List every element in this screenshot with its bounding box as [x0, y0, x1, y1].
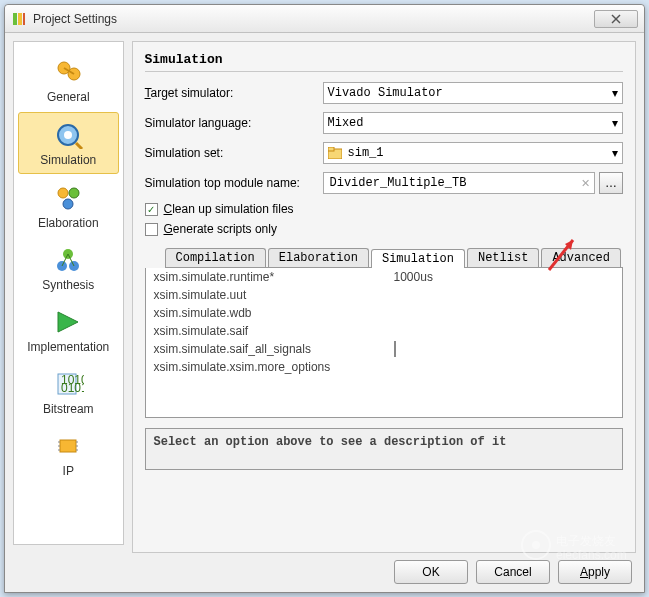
target-simulator-combo[interactable]: Vivado Simulator ▾ — [323, 82, 623, 104]
options-tabs: Compilation Elaboration Simulation Netli… — [145, 248, 623, 418]
svg-text:0101: 0101 — [61, 381, 84, 395]
simulator-language-combo[interactable]: Mixed ▾ — [323, 112, 623, 134]
svg-line-10 — [76, 143, 82, 149]
titlebar: Project Settings — [5, 5, 644, 33]
sidebar-item-label: General — [47, 90, 90, 104]
sidebar-item-label: Implementation — [27, 340, 109, 354]
tab-netlist[interactable]: Netlist — [467, 248, 539, 267]
sidebar-item-elaboration[interactable]: Elaboration — [18, 176, 119, 236]
simulation-panel: Simulation Target simulator: Vivado Simu… — [132, 41, 636, 553]
app-icon — [11, 11, 27, 27]
svg-rect-23 — [60, 440, 76, 452]
browse-top-module-button[interactable]: … — [599, 172, 623, 194]
cleanup-checkbox-row[interactable]: Clean up simulation files — [145, 202, 623, 216]
main-panel: Simulation Target simulator: Vivado Simu… — [132, 33, 644, 553]
dialog-buttons: OK Cancel Apply — [394, 560, 632, 584]
sidebar-item-synthesis[interactable]: Synthesis — [18, 238, 119, 298]
window-body: General Simulation Elaboration — [5, 33, 644, 553]
label-target-simulator: Target simulator: — [145, 86, 323, 100]
sidebar-item-implementation[interactable]: Implementation — [18, 300, 119, 360]
property-name: xsim.simulate.uut — [154, 288, 394, 302]
property-row[interactable]: xsim.simulate.wdb — [146, 304, 622, 322]
general-icon — [52, 56, 84, 88]
tab-elaboration[interactable]: Elaboration — [268, 248, 369, 267]
genscripts-checkbox-row[interactable]: Generate scripts only — [145, 222, 623, 236]
tab-compilation[interactable]: Compilation — [165, 248, 266, 267]
sidebar-list: General Simulation Elaboration — [13, 41, 124, 545]
property-name: xsim.simulate.saif — [154, 324, 394, 338]
label-top-module: Simulation top module name: — [145, 176, 323, 190]
cancel-button[interactable]: Cancel — [476, 560, 550, 584]
property-name: xsim.simulate.saif_all_signals — [154, 342, 394, 356]
top-module-input[interactable]: Divider_Multiple_TB ✕ — [323, 172, 595, 194]
combo-value: Vivado Simulator — [328, 86, 443, 100]
property-value[interactable] — [394, 288, 614, 302]
checkbox-label: Generate scripts only — [164, 222, 277, 236]
property-name: xsim.simulate.wdb — [154, 306, 394, 320]
sidebar-item-general[interactable]: General — [18, 50, 119, 110]
window-close-button[interactable] — [594, 10, 638, 28]
window-title: Project Settings — [33, 12, 594, 26]
sidebar-item-ip[interactable]: IP — [18, 424, 119, 484]
sidebar-item-bitstream[interactable]: 10100101 Bitstream — [18, 362, 119, 422]
implementation-icon — [52, 306, 84, 338]
label-simulator-language: Simulator language: — [145, 116, 323, 130]
elaboration-icon — [52, 182, 84, 214]
tab-simulation[interactable]: Simulation — [371, 249, 465, 268]
property-row[interactable]: xsim.simulate.runtime* 1000us — [146, 268, 622, 286]
property-value[interactable] — [394, 342, 614, 356]
checkbox-icon — [145, 203, 158, 216]
sidebar-item-label: Simulation — [40, 153, 96, 167]
property-value[interactable] — [394, 360, 614, 374]
sidebar-item-label: Synthesis — [42, 278, 94, 292]
svg-rect-31 — [328, 147, 334, 151]
project-settings-window: Project Settings General Simulation — [4, 4, 645, 593]
sidebar: General Simulation Elaboration — [5, 33, 132, 553]
folder-icon — [328, 147, 344, 159]
svg-point-11 — [58, 188, 68, 198]
property-value[interactable] — [394, 324, 614, 338]
svg-rect-2 — [23, 13, 25, 25]
checkbox-icon[interactable] — [394, 341, 396, 357]
bitstream-icon: 10100101 — [52, 368, 84, 400]
svg-point-9 — [64, 131, 72, 139]
property-name: xsim.simulate.runtime* — [154, 270, 394, 284]
sidebar-item-label: IP — [63, 464, 74, 478]
ellipsis-icon: … — [605, 176, 617, 190]
simulation-set-combo[interactable]: sim_1 ▾ — [323, 142, 623, 164]
property-row[interactable]: xsim.simulate.xsim.more_options — [146, 358, 622, 376]
sidebar-item-label: Elaboration — [38, 216, 99, 230]
apply-button[interactable]: Apply — [558, 560, 632, 584]
tab-advanced[interactable]: Advanced — [541, 248, 621, 267]
clear-icon[interactable]: ✕ — [581, 177, 590, 190]
property-row[interactable]: xsim.simulate.saif — [146, 322, 622, 340]
label-simulation-set: Simulation set: — [145, 146, 323, 160]
synthesis-icon — [52, 244, 84, 276]
sidebar-item-label: Bitstream — [43, 402, 94, 416]
description-box: Select an option above to see a descript… — [145, 428, 623, 470]
ok-button[interactable]: OK — [394, 560, 468, 584]
combo-value: sim_1 — [348, 146, 384, 160]
sidebar-item-simulation[interactable]: Simulation — [18, 112, 119, 174]
tabstrip: Compilation Elaboration Simulation Netli… — [165, 248, 623, 268]
input-value: Divider_Multiple_TB — [330, 176, 467, 190]
property-value[interactable] — [394, 306, 614, 320]
svg-point-12 — [69, 188, 79, 198]
simulation-icon — [52, 119, 84, 151]
chevron-down-icon: ▾ — [612, 116, 618, 130]
svg-rect-0 — [13, 13, 17, 25]
chevron-down-icon: ▾ — [612, 146, 618, 160]
property-value[interactable]: 1000us — [394, 270, 614, 284]
svg-point-13 — [63, 199, 73, 209]
chevron-down-icon: ▾ — [612, 86, 618, 100]
property-row[interactable]: xsim.simulate.uut — [146, 286, 622, 304]
property-row[interactable]: xsim.simulate.saif_all_signals — [146, 340, 622, 358]
checkbox-icon — [145, 223, 158, 236]
checkbox-label: Clean up simulation files — [164, 202, 294, 216]
tab-body: xsim.simulate.runtime* 1000us xsim.simul… — [145, 268, 623, 418]
close-icon — [611, 14, 621, 24]
svg-rect-1 — [18, 13, 22, 25]
svg-marker-19 — [58, 312, 78, 332]
ip-icon — [52, 430, 84, 462]
panel-title: Simulation — [145, 52, 623, 72]
